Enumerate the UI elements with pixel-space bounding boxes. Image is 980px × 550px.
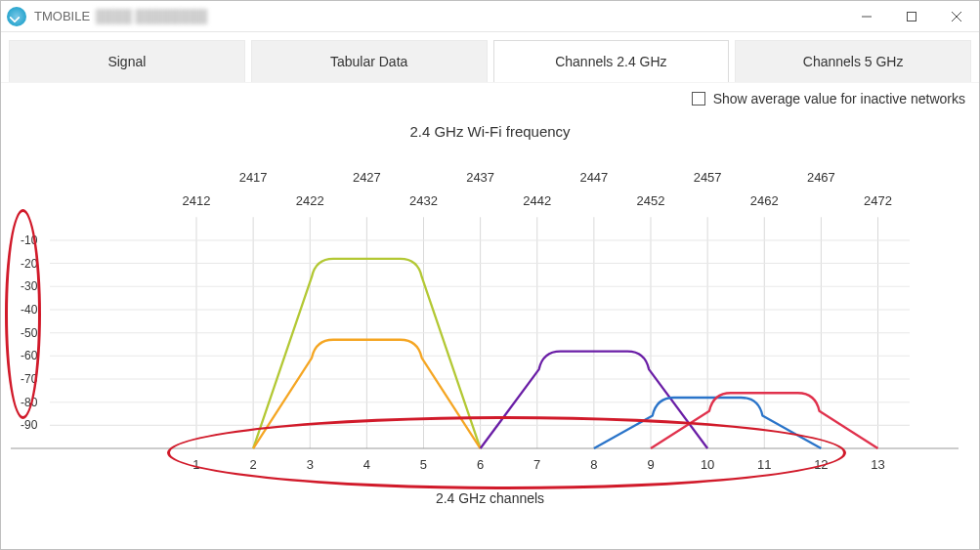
- titlebar: TMOBILE ████ ████████: [1, 1, 979, 32]
- svg-text:2472: 2472: [864, 193, 892, 208]
- svg-text:2417: 2417: [239, 170, 268, 185]
- maximize-button[interactable]: [889, 1, 934, 31]
- svg-text:-90: -90: [21, 418, 38, 432]
- tab-signal[interactable]: Signal: [9, 40, 245, 82]
- svg-text:-30: -30: [21, 279, 38, 293]
- svg-text:-50: -50: [21, 326, 38, 340]
- svg-text:2447: 2447: [579, 170, 608, 185]
- svg-text:9: 9: [647, 456, 654, 471]
- svg-text:-60: -60: [21, 349, 38, 362]
- svg-text:-10: -10: [21, 233, 38, 247]
- svg-text:2457: 2457: [694, 170, 722, 185]
- svg-text:2412: 2412: [183, 193, 211, 208]
- app-window: TMOBILE ████ ████████ Signal Tabular Dat…: [0, 0, 980, 550]
- tab-tabular-data[interactable]: Tabular Data: [251, 40, 488, 82]
- svg-text:5: 5: [420, 456, 427, 471]
- svg-text:8: 8: [590, 456, 597, 471]
- svg-text:12: 12: [814, 456, 828, 471]
- options-row: Show average value for inactive networks: [1, 83, 979, 106]
- svg-text:2467: 2467: [807, 170, 835, 185]
- svg-text:6: 6: [477, 456, 484, 471]
- tab-channels-2-4ghz[interactable]: Channels 2.4 GHz: [493, 40, 730, 82]
- svg-text:-70: -70: [21, 372, 38, 386]
- svg-text:11: 11: [757, 456, 771, 471]
- window-title: TMOBILE: [34, 9, 90, 23]
- svg-text:2462: 2462: [750, 193, 779, 208]
- tab-label: Tabular Data: [330, 54, 407, 69]
- svg-text:7: 7: [533, 456, 540, 471]
- window-controls: [844, 1, 979, 31]
- app-logo-icon: [7, 7, 26, 26]
- tabs: Signal Tabular Data Channels 2.4 GHz Cha…: [1, 32, 979, 83]
- svg-text:-80: -80: [21, 396, 38, 409]
- svg-text:-40: -40: [21, 303, 38, 317]
- svg-text:2442: 2442: [523, 193, 551, 208]
- svg-text:3: 3: [307, 456, 314, 471]
- minimize-button[interactable]: [844, 1, 889, 31]
- show-average-checkbox[interactable]: [692, 92, 705, 106]
- tab-label: Signal: [107, 54, 146, 69]
- svg-text:2.4 GHz channels: 2.4 GHz channels: [436, 489, 544, 505]
- svg-text:-20: -20: [21, 257, 38, 271]
- svg-text:2437: 2437: [466, 170, 494, 185]
- svg-text:2432: 2432: [409, 193, 438, 208]
- svg-text:4: 4: [363, 456, 370, 471]
- svg-text:2452: 2452: [637, 193, 665, 208]
- svg-text:2: 2: [250, 456, 257, 471]
- maximize-icon: [906, 11, 917, 22]
- close-button[interactable]: [934, 1, 979, 31]
- show-average-label: Show average value for inactive networks: [713, 91, 965, 106]
- window-title-extra: ████ ████████: [96, 9, 207, 23]
- wifi-channel-chart: 2.4 GHz Wi-Fi frequency-10-20-30-40-50-6…: [1, 106, 979, 549]
- close-icon: [951, 11, 962, 22]
- svg-text:10: 10: [701, 456, 714, 471]
- svg-text:2422: 2422: [296, 193, 324, 208]
- svg-text:13: 13: [871, 456, 884, 471]
- minimize-icon: [861, 11, 873, 22]
- svg-text:2.4 GHz Wi-Fi frequency: 2.4 GHz Wi-Fi frequency: [409, 123, 571, 140]
- tab-label: Channels 2.4 GHz: [555, 54, 666, 69]
- tab-channels-5ghz[interactable]: Channels 5 GHz: [735, 40, 971, 82]
- svg-text:2427: 2427: [353, 170, 381, 185]
- svg-rect-1: [908, 12, 916, 21]
- svg-text:1: 1: [192, 456, 199, 471]
- chart-area: 2.4 GHz Wi-Fi frequency-10-20-30-40-50-6…: [1, 106, 979, 549]
- tab-label: Channels 5 GHz: [803, 54, 904, 69]
